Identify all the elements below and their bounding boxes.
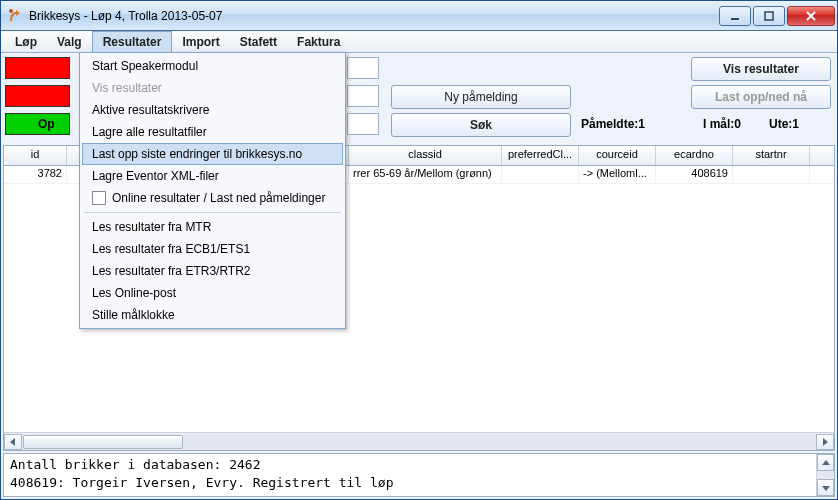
col-id[interactable]: id — [4, 146, 67, 165]
svg-point-0 — [9, 9, 13, 13]
dd-les-mtr[interactable]: Les resultater fra MTR — [82, 216, 343, 238]
textfield-2[interactable] — [347, 85, 379, 107]
col-classid[interactable]: classid — [349, 146, 502, 165]
svg-rect-1 — [731, 18, 739, 20]
menu-resultater[interactable]: Resultater — [92, 31, 173, 52]
dd-lagre-alle-resultatfiler[interactable]: Lagre alle resultatfiler — [82, 121, 343, 143]
scroll-up-icon[interactable] — [817, 454, 834, 471]
ny-pamelding-button[interactable]: Ny påmelding — [391, 85, 571, 109]
cell-id: 3782 — [4, 166, 67, 183]
dd-start-speakermodul[interactable]: Start Speakermodul — [82, 55, 343, 77]
status-box-red-2 — [5, 85, 70, 107]
log-panel: Antall brikker i databasen: 2462 408619:… — [3, 453, 835, 497]
status-box-green: Op — [5, 113, 70, 135]
col-courceid[interactable]: courceid — [579, 146, 656, 165]
menu-faktura[interactable]: Faktura — [287, 31, 350, 52]
menu-lop[interactable]: Løp — [5, 31, 47, 52]
menu-import[interactable]: Import — [172, 31, 229, 52]
dd-separator — [84, 212, 341, 213]
svg-rect-2 — [765, 12, 773, 20]
checkbox-icon[interactable] — [92, 191, 106, 205]
horizontal-scrollbar[interactable] — [4, 432, 834, 450]
log-line-1: Antall brikker i databasen: 2462 — [10, 456, 810, 474]
cell-classid: rrer 65-69 år/Mellom (grønn) — [349, 166, 502, 183]
last-opp-button[interactable]: Last opp/ned nå — [691, 85, 831, 109]
menubar: Løp Valg Resultater Import Stafett Faktu… — [1, 31, 837, 53]
close-button[interactable] — [787, 6, 835, 26]
col-preferred[interactable]: preferredCl... — [502, 146, 579, 165]
dd-lagre-eventor-xml[interactable]: Lagre Eventor XML-filer — [82, 165, 343, 187]
status-box-red-1 — [5, 57, 70, 79]
dd-stille-malklokke[interactable]: Stille målklokke — [82, 304, 343, 326]
scroll-thumb[interactable] — [23, 435, 183, 449]
app-icon — [7, 8, 23, 24]
scroll-left-icon[interactable] — [4, 434, 22, 450]
textfield-1[interactable] — [347, 57, 379, 79]
titlebar: Brikkesys - Løp 4, Trolla 2013-05-07 — [1, 1, 837, 31]
scroll-track[interactable] — [22, 434, 816, 450]
cell-ecardno: 408619 — [656, 166, 733, 183]
minimize-button[interactable] — [719, 6, 751, 26]
textfield-3[interactable] — [347, 113, 379, 135]
dd-les-ecb1[interactable]: Les resultater fra ECB1/ETS1 — [82, 238, 343, 260]
pameldte-label: Påmeldte:1 — [581, 117, 645, 131]
vis-resultater-button[interactable]: Vis resultater — [691, 57, 831, 81]
ute-label: Ute:1 — [769, 117, 799, 131]
dd-last-opp-siste[interactable]: Last opp siste endringer til brikkesys.n… — [82, 143, 343, 165]
cell-courceid: -> (Melloml... — [579, 166, 656, 183]
cell-preferred — [502, 166, 579, 183]
dd-vis-resultater[interactable]: Vis resultater — [82, 77, 343, 99]
menu-stafett[interactable]: Stafett — [230, 31, 287, 52]
dd-online-resultater[interactable]: Online resultater / Last ned påmeldinger — [82, 187, 343, 209]
scroll-right-icon[interactable] — [816, 434, 834, 450]
resultater-dropdown: Start Speakermodul Vis resultater Aktive… — [79, 52, 346, 329]
window-title: Brikkesys - Løp 4, Trolla 2013-05-07 — [29, 9, 717, 23]
col-ecardno[interactable]: ecardno — [656, 146, 733, 165]
sok-button[interactable]: Søk — [391, 113, 571, 137]
log-vertical-scrollbar[interactable] — [816, 454, 834, 496]
col-startnr[interactable]: startnr — [733, 146, 810, 165]
cell-startnr — [733, 166, 810, 183]
menu-valg[interactable]: Valg — [47, 31, 92, 52]
log-line-2: 408619: Torgeir Iversen, Evry. Registrer… — [10, 474, 810, 492]
imal-label: I mål:0 — [703, 117, 741, 131]
dd-les-etr3[interactable]: Les resultater fra ETR3/RTR2 — [82, 260, 343, 282]
scroll-down-icon[interactable] — [817, 479, 834, 496]
dd-aktive-resultatskrivere[interactable]: Aktive resultatskrivere — [82, 99, 343, 121]
dd-les-online-post[interactable]: Les Online-post — [82, 282, 343, 304]
maximize-button[interactable] — [753, 6, 785, 26]
